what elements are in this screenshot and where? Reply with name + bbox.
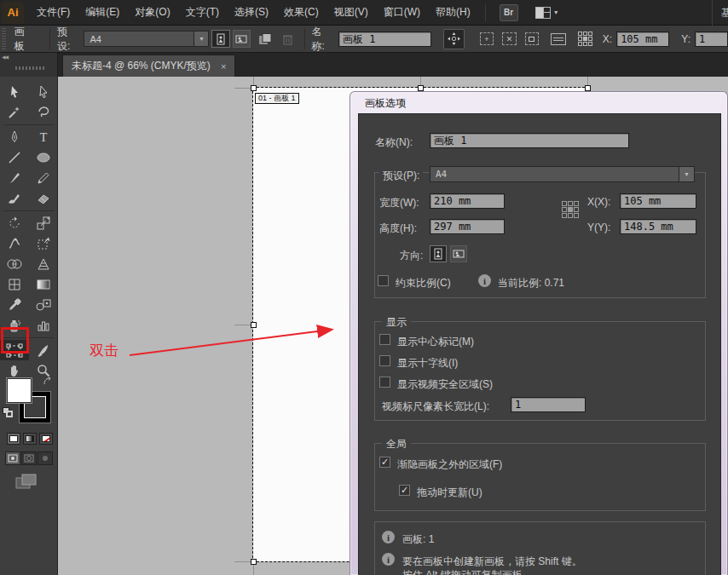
artboard-name-input[interactable]: 画板 1 (338, 32, 431, 47)
menu-edit[interactable]: 编辑(E) (78, 0, 127, 26)
tools-panel-header: ◀◀ (0, 53, 58, 77)
chevron-down-icon[interactable]: ▼ (679, 167, 694, 181)
draw-behind-button[interactable] (21, 451, 37, 465)
menu-effect[interactable]: 效果(C) (276, 0, 326, 26)
ellipse-tool[interactable] (29, 147, 58, 168)
line-segment-tool[interactable] (0, 147, 29, 168)
scale-tool[interactable] (29, 213, 58, 233)
arrange-documents-icon (535, 7, 551, 19)
move-with-art-icon[interactable]: + (480, 32, 494, 45)
type-tool[interactable]: T (29, 127, 58, 147)
constrain-checkbox[interactable] (378, 275, 389, 286)
menu-type[interactable]: 文字(T) (178, 0, 227, 26)
width-tool[interactable] (0, 233, 29, 254)
color-button[interactable] (7, 433, 20, 445)
chevron-down-icon[interactable]: ▼ (194, 32, 208, 46)
width-input[interactable]: 210 mm (430, 193, 505, 209)
menu-help[interactable]: 帮助(H) (428, 0, 478, 26)
bridge-button[interactable]: Br (500, 4, 518, 21)
dialog-y-input[interactable]: 148.5 mm (620, 219, 696, 234)
reference-point-locator[interactable] (562, 201, 579, 218)
perspective-grid-tool[interactable] (29, 254, 58, 274)
magic-wand-tool[interactable] (0, 102, 29, 123)
show-video-safe-checkbox[interactable] (379, 377, 390, 388)
free-transform-tool[interactable] (29, 233, 58, 254)
draw-normal-button[interactable] (5, 451, 20, 465)
control-panel: 画板 预设: A4 ▼ 名称: 画板 1 + ✕ X: (0, 26, 728, 53)
show-center-mark-checkbox[interactable] (379, 334, 390, 345)
direct-selection-tool[interactable] (29, 82, 58, 102)
new-artboard-button[interactable] (256, 30, 274, 48)
ruler-aspect-label: 视频标尺像素长宽比(L): (382, 400, 489, 414)
panel-grip[interactable] (2, 28, 6, 50)
gradient-tool[interactable] (29, 274, 58, 295)
dialog-preset-dropdown[interactable]: A4 ▼ (430, 166, 695, 182)
landscape-orientation-button[interactable] (233, 30, 251, 48)
swap-fill-stroke-icon[interactable] (43, 377, 52, 388)
none-button[interactable] (39, 433, 53, 445)
rotate-tool[interactable] (0, 213, 29, 233)
rearrange-artboards-button[interactable] (578, 32, 592, 46)
menu-view[interactable]: 视图(V) (326, 0, 376, 26)
x-input[interactable]: 105 mm (616, 32, 669, 47)
menu-select[interactable]: 选择(S) (227, 0, 276, 26)
show-crosshairs-checkbox[interactable] (379, 355, 390, 366)
move-artboard-button[interactable] (443, 29, 465, 49)
default-fill-stroke-icon[interactable] (3, 407, 13, 417)
blob-brush-tool[interactable] (0, 188, 29, 209)
document-tab[interactable]: 未标题-4 @ 66% (CMYK/预览) × (62, 55, 235, 77)
symbol-sprayer-tool[interactable] (0, 315, 29, 336)
mesh-tool[interactable] (0, 274, 29, 295)
pen-tool[interactable] (0, 127, 29, 147)
preset-dropdown[interactable]: A4 ▼ (84, 31, 209, 47)
screen-mode-button[interactable] (15, 474, 38, 494)
dialog-portrait-button[interactable] (430, 245, 447, 262)
shape-builder-tool[interactable] (0, 254, 29, 274)
menu-window[interactable]: 窗口(W) (376, 0, 428, 26)
y-input[interactable]: 1 (695, 32, 728, 47)
menu-object[interactable]: 对象(O) (127, 0, 177, 26)
height-input[interactable]: 297 mm (430, 219, 505, 234)
delete-cross-icon[interactable]: ✕ (502, 32, 517, 45)
delete-artboard-button[interactable] (279, 30, 297, 48)
dialog-x-input[interactable]: 105 mm (620, 193, 696, 209)
eyedropper-tool[interactable] (0, 295, 29, 315)
paintbrush-tool[interactable] (0, 168, 29, 188)
lasso-tool[interactable] (29, 102, 58, 123)
blend-tool[interactable] (29, 295, 58, 315)
artboard-handle-top-left[interactable] (251, 85, 257, 91)
artboard-handle-bottom-left[interactable] (251, 559, 257, 565)
orientation-label: 方向: (400, 249, 423, 263)
artboard-handle-top-center[interactable] (418, 85, 424, 91)
panel-grip[interactable] (15, 66, 44, 70)
artboard-tool[interactable] (0, 340, 29, 360)
slice-tool[interactable] (29, 340, 58, 360)
selection-tool[interactable] (0, 82, 29, 102)
close-tab-icon[interactable]: × (221, 61, 226, 72)
menu-file[interactable]: 文件(F) (29, 0, 78, 26)
show-crosshairs-label: 显示十字线(I) (397, 356, 458, 371)
ruler-aspect-input[interactable]: 1 (511, 397, 586, 412)
info-icon: i (382, 553, 395, 566)
preset-value: A4 (84, 34, 194, 44)
artboard-options-button[interactable] (551, 33, 566, 45)
draw-inside-button[interactable] (38, 451, 53, 465)
column-graph-tool[interactable] (29, 315, 58, 336)
update-while-dragging-checkbox[interactable]: ✓ (399, 485, 410, 496)
crosshair-line (234, 88, 251, 89)
portrait-orientation-button[interactable] (211, 30, 229, 48)
fill-swatch[interactable] (6, 377, 32, 404)
dialog-landscape-button[interactable] (450, 245, 467, 262)
workspace-switcher[interactable]: 基 (712, 0, 728, 26)
gradient-button[interactable] (23, 433, 37, 445)
arrange-documents-button[interactable]: ▼ (535, 7, 559, 19)
artboard-rect-icon[interactable] (525, 32, 540, 45)
update-while-dragging-label: 拖动时更新(U) (417, 486, 482, 500)
fade-region-checkbox[interactable]: ✓ (379, 457, 390, 468)
dialog-name-input[interactable]: 画板 1 (430, 133, 629, 148)
pencil-tool[interactable] (29, 168, 58, 188)
illustrator-window: Ai 文件(F) 编辑(E) 对象(O) 文字(T) 选择(S) 效果(C) 视… (0, 0, 728, 575)
eraser-tool[interactable] (29, 188, 58, 209)
collapse-panel-icon[interactable]: ◀◀ (2, 54, 8, 60)
artboard-handle-top-right[interactable] (585, 85, 591, 91)
